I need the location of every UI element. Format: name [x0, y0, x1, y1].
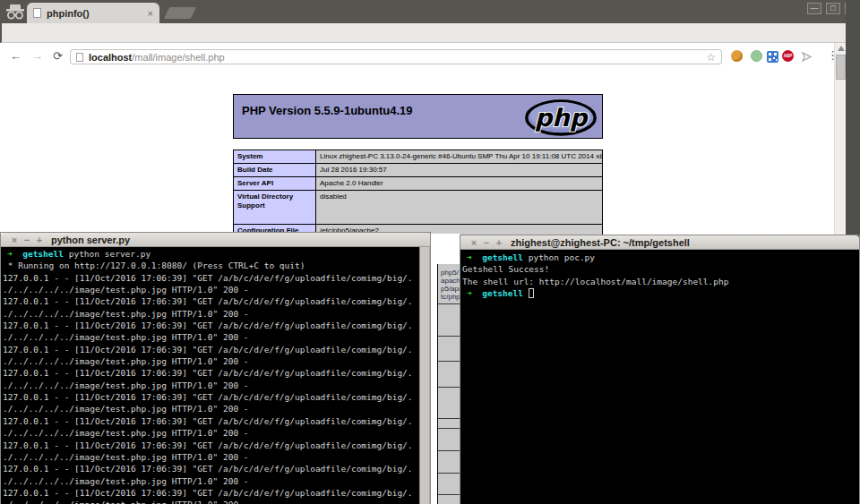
log-line: ./../../../../image/test.php.jpg HTTP/1.… — [3, 403, 417, 414]
terminal-minimize-icon[interactable]: − — [480, 237, 493, 248]
log-line: ./../../../../image/test.php.jpg HTTP/1.… — [3, 475, 417, 487]
qr-extension-icon[interactable] — [767, 50, 779, 63]
svg-text:php: php — [535, 104, 589, 132]
row-value: Apache 2.0 Handler — [316, 177, 603, 191]
terminal-title: python server.py — [51, 235, 130, 245]
prompt-line: ➜ getshell — [462, 287, 856, 299]
output-line: Getshell Success! — [462, 263, 856, 275]
url-path: /mall/image/shell.php — [132, 52, 224, 63]
server-terminal-body[interactable]: ➜ getshell python server.py * Running on… — [1, 247, 430, 504]
terminal-cursor — [529, 288, 534, 298]
status-dot-extension-icon[interactable] — [751, 50, 763, 63]
server-terminal-window: × − + python server.py ➜ getshell python… — [0, 232, 431, 504]
log-line: 127.0.0.1 - - [11/Oct/2016 17:06:39] "GE… — [3, 487, 417, 499]
getshell-terminal-window: × − + zhighest@zhighest-PC: ~/tmp/getshe… — [460, 235, 860, 504]
log-line: ./../../../../image/test.php.jpg HTTP/1.… — [3, 380, 417, 391]
fragment-text: tc/php — [441, 293, 460, 301]
server-terminal-titlebar[interactable]: × − + python server.py — [1, 233, 430, 247]
log-line: 127.0.0.1 - - [11/Oct/2016 17:06:39] "GE… — [3, 344, 417, 355]
disabled-extension-icon[interactable] — [801, 50, 813, 63]
reload-button[interactable]: ⟳ — [53, 49, 63, 64]
log-line: 127.0.0.1 - - [11/Oct/2016 17:06:39] "GE… — [3, 272, 417, 284]
log-line: 127.0.0.1 - - [11/Oct/2016 17:06:39] "GE… — [3, 367, 417, 379]
output-line: The shell url: http://localhost/mall/ima… — [462, 276, 856, 287]
log-line: ./../../../../image/test.php.jpg HTTP/1.… — [3, 331, 417, 343]
prompt-line: ➜ getshell python poc.py — [462, 252, 856, 263]
log-line: 127.0.0.1 - - [11/Oct/2016 17:06:39] "GE… — [3, 320, 417, 331]
php-version-header: PHP Version 5.5.9-1ubuntu4.19 php — [233, 94, 603, 139]
terminal-shade-icon[interactable]: + — [493, 237, 505, 248]
log-line: ./../../../../image/test.php.jpg HTTP/1.… — [3, 499, 417, 504]
log-line: ./../../../../image/test.php.jpg HTTP/1.… — [3, 355, 417, 367]
row-label: Virtual Directory Support — [234, 191, 316, 225]
incognito-icon — [4, 4, 26, 20]
tab-favicon-page-icon — [33, 8, 41, 18]
tab-close-icon[interactable]: × — [142, 8, 153, 19]
address-bar[interactable]: localhost/mall/image/shell.php ☆ — [70, 49, 722, 64]
scrollbar-thumb[interactable] — [836, 55, 846, 80]
log-line: 127.0.0.1 - - [11/Oct/2016 17:06:39] "GE… — [3, 295, 417, 307]
window-maximize-button[interactable]: □ — [826, 3, 840, 14]
page-security-icon — [76, 53, 83, 62]
row-label: Server API — [234, 177, 316, 191]
terminal-title: zhighest@zhighest-PC: ~/tmp/getshell — [511, 237, 690, 248]
url-host: localhost — [89, 52, 132, 63]
browser-tab-strip: phpinfo() × — □ × — [0, 0, 860, 23]
back-button[interactable]: ← — [10, 49, 22, 64]
forward-button: → — [31, 49, 43, 64]
log-line: 127.0.0.1 - - [11/Oct/2016 17:06:39] "GE… — [3, 415, 417, 427]
terminal-scrollbar[interactable] — [419, 247, 430, 504]
terminal-close-icon[interactable]: × — [468, 237, 480, 248]
new-tab-button[interactable] — [164, 7, 196, 19]
phpinfo-table-fragment: php5/ apach p5/apa tc/php — [437, 264, 460, 504]
row-label: System — [234, 150, 316, 164]
row-label: Build Date — [234, 164, 316, 177]
getshell-terminal-body[interactable]: ➜ getshell python poc.py Getshell Succes… — [460, 250, 859, 504]
browser-tab[interactable]: phpinfo() × — [27, 3, 159, 23]
table-row: Server API Apache 2.0 Handler — [234, 177, 603, 191]
window-minimize-button[interactable]: — — [807, 3, 821, 14]
bookmark-star-icon[interactable]: ☆ — [706, 52, 716, 63]
terminal-minimize-icon[interactable]: − — [21, 235, 33, 245]
php-logo: php — [524, 98, 598, 137]
scrollbar-up-arrow-icon[interactable] — [838, 46, 845, 51]
log-line: 127.0.0.1 - - [11/Oct/2016 17:06:39] "GE… — [3, 391, 417, 403]
log-line: ./../../../../image/test.php.jpg HTTP/1.… — [3, 451, 417, 463]
row-value: Linux zhighest-PC 3.13.0-24-generic #46-… — [316, 150, 603, 164]
page-strip-between-terminals: php5/ apach p5/apa tc/php — [430, 234, 460, 504]
terminal-shade-icon[interactable]: + — [33, 235, 46, 245]
log-line: ./../../../../image/test.php.jpg HTTP/1.… — [3, 308, 417, 320]
getshell-terminal-titlebar[interactable]: × − + zhighest@zhighest-PC: ~/tmp/getshe… — [460, 235, 859, 250]
prompt-line: ➜ getshell python server.py — [3, 248, 417, 260]
table-row: Build Date Jul 28 2016 19:30:57 — [234, 164, 603, 177]
adblock-plus-icon[interactable]: ABP — [782, 50, 795, 63]
row-value: Jul 28 2016 19:30:57 — [316, 164, 603, 177]
server-log: 127.0.0.1 - - [11/Oct/2016 17:06:39] "GE… — [3, 272, 417, 504]
log-line: 127.0.0.1 - - [11/Oct/2016 17:06:39] "GE… — [3, 463, 417, 474]
table-row: Virtual Directory Support disabled — [234, 191, 603, 225]
row-value: disabled — [316, 191, 603, 225]
cookie-extension-icon[interactable] — [731, 50, 744, 63]
log-line: ./../../../../image/test.php.jpg HTTP/1.… — [3, 284, 417, 295]
terminal-close-icon[interactable]: × — [8, 235, 21, 245]
table-row: System Linux zhighest-PC 3.13.0-24-gener… — [234, 150, 603, 164]
tab-title: phpinfo() — [47, 8, 142, 19]
fragment-text: apach — [441, 277, 460, 285]
server-startup-line: * Running on http://127.0.0.1:8080/ (Pre… — [3, 260, 417, 271]
browser-toolbar: ← → ⟳ localhost/mall/image/shell.php ☆ A… — [0, 23, 847, 43]
fragment-text: php5/ — [441, 269, 459, 277]
log-line: ./../../../../image/test.php.jpg HTTP/1.… — [3, 427, 417, 439]
log-line: 127.0.0.1 - - [11/Oct/2016 17:06:39] "GE… — [3, 440, 417, 451]
